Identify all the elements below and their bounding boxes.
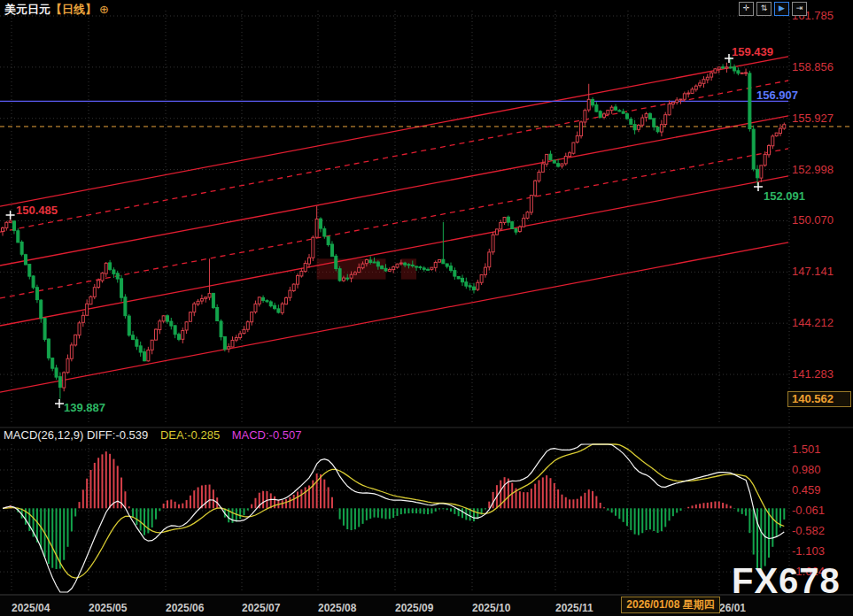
candle-body: [576, 135, 578, 142]
candle-body: [47, 339, 50, 358]
candle-body: [515, 229, 517, 233]
candle-body: [541, 164, 544, 172]
candle-body: [43, 319, 46, 340]
candle-body: [97, 281, 100, 288]
candle-body: [300, 271, 303, 276]
macd-legend-dea: DEA:-0.285: [160, 428, 220, 442]
candle-body: [737, 71, 740, 73]
candle-body: [660, 125, 663, 132]
month-tick-label: 2025/07: [242, 602, 281, 614]
candle-body: [396, 264, 399, 267]
candle-body: [587, 99, 590, 110]
candle-body: [51, 358, 54, 369]
candle-body: [277, 309, 280, 312]
candle-body: [231, 340, 234, 347]
candle-body: [729, 67, 732, 68]
channel-line: [0, 57, 788, 206]
candle-body: [477, 282, 479, 289]
play-icon[interactable]: ▶: [774, 2, 789, 16]
candle-body: [714, 69, 717, 73]
candle-body: [258, 297, 260, 304]
price-annotation: 152.091: [764, 189, 805, 203]
candle-body: [653, 119, 655, 127]
candle-body: [523, 219, 525, 227]
candle-body: [101, 273, 104, 281]
alert-price-label[interactable]: 156.907: [756, 89, 798, 102]
candle-body: [81, 315, 84, 322]
candle-body: [702, 80, 705, 84]
candle-body: [254, 304, 257, 312]
macd-tick-label: -1.103: [792, 544, 825, 558]
candle-body: [676, 100, 679, 103]
candle-body: [289, 290, 291, 297]
candle-body: [120, 279, 123, 297]
candle-body: [687, 93, 690, 94]
candle-body: [308, 258, 311, 264]
candle-body: [699, 83, 702, 86]
candle-body: [679, 99, 682, 100]
candle-body: [553, 160, 555, 163]
candle-body: [645, 114, 648, 118]
candle-body: [369, 260, 372, 262]
candle-body: [641, 118, 644, 125]
candle-body: [603, 114, 606, 118]
month-tick-label: 2025/08: [318, 602, 357, 614]
candle-body: [438, 259, 441, 262]
candle-body: [376, 262, 379, 266]
candle-body: [216, 308, 219, 321]
price-tick-label: 158.856: [792, 60, 834, 73]
candle-body: [546, 154, 548, 164]
candle-body: [2, 228, 4, 232]
candle-body: [760, 166, 763, 178]
candle-body: [170, 321, 173, 326]
pan-icon[interactable]: ✛: [739, 2, 754, 16]
candle-body: [450, 266, 453, 271]
candle-body: [404, 263, 407, 265]
candle-body: [607, 110, 609, 114]
detach-icon[interactable]: ⇥: [792, 2, 807, 16]
candle-body: [353, 273, 356, 274]
candle-body: [518, 227, 521, 231]
candle-body: [592, 99, 594, 104]
candle-body: [143, 352, 146, 361]
candle-body: [323, 229, 326, 236]
candle-body: [177, 335, 180, 340]
candle-body: [430, 267, 433, 269]
symbol-title: 美元日元: [4, 3, 50, 16]
candle-body: [615, 107, 617, 110]
candle-body: [741, 73, 743, 73]
candle-body: [281, 304, 283, 312]
candle-body: [779, 128, 781, 133]
candle-body: [465, 282, 468, 287]
candle-body: [671, 102, 674, 104]
candle-body: [182, 331, 184, 340]
candle-body: [20, 243, 23, 255]
month-tick-label: 2025/11: [555, 602, 593, 614]
macd-tick-label: 1.501: [792, 443, 821, 456]
price-tick-label: 147.141: [792, 265, 834, 278]
candle-body: [748, 73, 751, 129]
candle-body: [319, 219, 322, 228]
scale-icon[interactable]: ⇅: [756, 2, 772, 16]
candle-body: [595, 105, 598, 112]
candle-body: [223, 336, 226, 349]
candle-body: [128, 316, 130, 335]
candle-body: [610, 107, 613, 110]
candle-body: [155, 329, 158, 340]
candle-body: [66, 358, 69, 373]
candle-body: [193, 304, 196, 312]
candle-body: [132, 335, 135, 340]
candle-body: [151, 340, 153, 350]
candle-body: [166, 316, 168, 321]
chart-canvas[interactable]: 161.785158.856155.927152.998150.070147.1…: [0, 0, 853, 616]
crosshair-add-icon[interactable]: ⊕: [99, 3, 109, 16]
candle-body: [384, 268, 387, 271]
candle-body: [70, 345, 73, 358]
candle-body: [461, 278, 464, 281]
candle-body: [297, 275, 299, 284]
candle-body: [373, 262, 376, 263]
candle-body: [365, 260, 368, 264]
candle-body: [235, 337, 237, 340]
candle-body: [415, 266, 418, 267]
candle-body: [457, 276, 460, 279]
